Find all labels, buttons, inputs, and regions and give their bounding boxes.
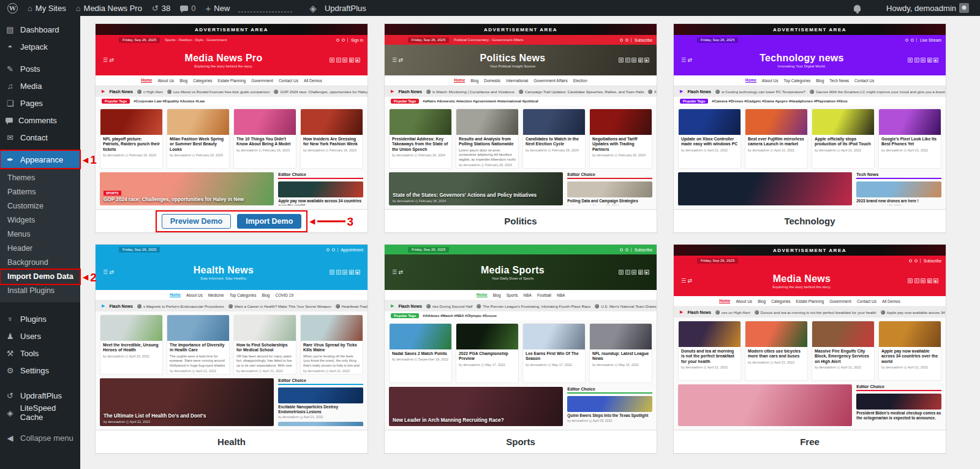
site-name-menu[interactable]: ⌂ Media News Pro bbox=[71, 0, 147, 16]
submenu-item-widgets[interactable]: Widgets bbox=[0, 213, 80, 227]
editor-item-headline: Polling Data and Campaign Strategies bbox=[567, 199, 652, 204]
submenu-item-patterns[interactable]: Patterns bbox=[0, 185, 80, 199]
demo-nav-item: Blog bbox=[758, 299, 766, 303]
sidebar-item-label: Settings bbox=[20, 366, 49, 375]
sidebar-item-litespeed-cache[interactable]: ◈LiteSpeed Cache bbox=[0, 404, 80, 421]
demo-card-free: ADVERTISEMENT AREAFriday, Sep 26, 2025Su… bbox=[673, 244, 946, 454]
flash-item-text: Apple pay now available across 34 countr… bbox=[887, 310, 946, 315]
sidebar-item-posts[interactable]: ✎Posts bbox=[0, 60, 80, 77]
sidebar-item-appearance[interactable]: ✒Appearance bbox=[0, 151, 80, 168]
article-headline: Lee Earns First Win Of The Season bbox=[526, 351, 582, 362]
social-icon: in bbox=[342, 58, 347, 63]
article-meta: by demoadmin ◴ May 17, 2022 bbox=[526, 363, 582, 367]
sidebar-item-media[interactable]: ♫Media bbox=[0, 77, 80, 94]
import-demo-button[interactable]: Import Demo bbox=[237, 214, 301, 229]
social-icon: X bbox=[619, 58, 624, 63]
updraft-icon: ↺ bbox=[6, 391, 15, 400]
flash-news-item: ces on High Alert bbox=[715, 310, 750, 315]
editor-choice-item: Apple pay now available across 34 countr… bbox=[278, 181, 363, 205]
sidebar-item-tools[interactable]: ⚒Tools bbox=[0, 345, 80, 362]
submenu-item-customize[interactable]: Customize bbox=[0, 199, 80, 213]
article-meta: by demoadmin ◴ April 21, 2022 bbox=[881, 365, 938, 369]
submenu-item-background[interactable]: Background bbox=[0, 256, 80, 270]
account-menu[interactable]: Howdy, demoadmin ☻ bbox=[881, 3, 974, 13]
new-content-menu[interactable]: + New bbox=[201, 0, 235, 16]
flash-news-item: ls Watch: Monitoring | Compliance and Vi… bbox=[426, 90, 514, 94]
demo-nav-item: Estate Planning bbox=[218, 78, 246, 83]
demo-card-sports: Friday, Sep 26, 2025Subscribe☰ ⇄Media Sp… bbox=[384, 244, 657, 454]
featured-meta: by demoadmin ◴ February 26, 2024 bbox=[393, 199, 559, 203]
ad-banner: ADVERTISEMENT AREA bbox=[674, 24, 946, 35]
demo-site-title: Politics News bbox=[410, 53, 615, 64]
editor-choice-column: Tech News2023 brand new drones are here … bbox=[856, 172, 941, 205]
article-card: Massive Fire Engulfs City Block, Emergen… bbox=[812, 321, 875, 381]
editor-choice-label: Editor Choice bbox=[278, 378, 363, 385]
flash-item-text: Leo Messi vs Ronald Koeman free-kick goa… bbox=[173, 90, 270, 94]
submenu-item-header[interactable]: Header bbox=[0, 242, 80, 256]
demo-nav-item: About Us bbox=[736, 299, 752, 303]
sidebar-item-contact[interactable]: ✉Contact bbox=[0, 129, 80, 146]
demo-nav-item: Football bbox=[537, 293, 551, 297]
new-label: New bbox=[214, 4, 230, 13]
article-meta: by demoadmin ◴ February 26, 2024 bbox=[392, 153, 449, 157]
flash-news-bar: ▶Flash Newsn High AlertLeo Messi vs Rona… bbox=[96, 86, 368, 97]
submenu-item-install-plugins[interactable]: Install Plugins bbox=[0, 284, 80, 298]
bell-icon bbox=[854, 5, 861, 12]
submenu-item-import-demo-data[interactable]: Import Demo Data bbox=[0, 270, 80, 284]
articles-row: Presidential Address: Key Takeaways from… bbox=[385, 105, 657, 172]
demo-nav-item: COVID 19 bbox=[275, 293, 293, 297]
updates-menu[interactable]: ↺ 38 bbox=[147, 0, 175, 16]
flash-item-thumb bbox=[715, 90, 720, 94]
sidebar-item-collapse-menu[interactable]: ◀Collapse menu bbox=[0, 429, 80, 446]
article-meta: by demoadmin ◴ May 17, 2022 bbox=[459, 363, 516, 367]
article-image bbox=[100, 109, 162, 135]
sidebar-item-comments[interactable]: Comments bbox=[0, 112, 80, 129]
plugin-icon: ♆ bbox=[6, 315, 15, 324]
preview-demo-button[interactable]: Preview Demo bbox=[162, 214, 231, 229]
sidebar-item-plugins[interactable]: ♆Plugins bbox=[0, 310, 80, 327]
demo-site-mock: ADVERTISEMENT AREAFriday, Sep 26, 2025Su… bbox=[674, 245, 946, 430]
demo-topbar-actions: Subscribe bbox=[909, 259, 941, 263]
sidebar-item-jetpack[interactable]: ◓Jetpack bbox=[0, 38, 80, 55]
category-badge: SPORTS bbox=[104, 191, 121, 196]
demo-grid: ADVERTISEMENT AREAFriday, Sep 26, 2025Sp… bbox=[80, 16, 980, 454]
sidebar-item-pages[interactable]: ❏Pages bbox=[0, 94, 80, 112]
submenu-item-menus[interactable]: Menus bbox=[0, 227, 80, 242]
sidebar-item-label: Jetpack bbox=[20, 42, 48, 51]
article-image bbox=[812, 109, 874, 135]
demo-nav-item: Home bbox=[719, 299, 730, 303]
comments-menu[interactable]: 0 bbox=[175, 0, 200, 16]
sidebar-item-updraftplus[interactable]: ↺UpdraftPlus bbox=[0, 387, 80, 404]
updraftplus-menu[interactable]: ◈ UpdraftPlus bbox=[304, 0, 371, 16]
article-meta: by demoadmin ◴ February 16, 2023 bbox=[170, 153, 227, 157]
sidebar-item-users[interactable]: ♟Users bbox=[0, 327, 80, 345]
social-icon: ▶ bbox=[933, 278, 938, 283]
notifications-menu[interactable] bbox=[849, 5, 865, 12]
submenu-item-themes[interactable]: Themes bbox=[0, 171, 80, 185]
editor-choice-label: Editor Choice bbox=[278, 172, 363, 179]
demo-screenshot: ADVERTISEMENT AREAFriday, Sep 26, 2025Su… bbox=[674, 245, 946, 430]
flash-news-item: U.S. Men's National Team Draws England 2… bbox=[595, 304, 657, 308]
sidebar-item-label: Posts bbox=[20, 64, 40, 74]
my-sites-menu[interactable]: ⌂ My Sites bbox=[23, 0, 71, 16]
flash-news-label: Flash News bbox=[109, 90, 133, 94]
demo-nav-item: Government Affairs bbox=[533, 78, 568, 83]
demo-nav-item: Contact Us bbox=[279, 78, 298, 83]
article-image bbox=[879, 109, 941, 135]
flash-item-text: Foreign Policy Analysis: Implications of… bbox=[654, 90, 657, 94]
demo-topbar-actions: Sign in bbox=[336, 38, 363, 42]
popular-tags-list: #Athletes #Match #NBA #Olympic #Soccer bbox=[423, 314, 497, 318]
demo-nav-item: Government bbox=[829, 299, 851, 303]
menu-icon: ☰ ⇄ bbox=[103, 57, 121, 63]
sidebar-item-settings[interactable]: ⚙Settings bbox=[0, 362, 80, 379]
flash-news-item: Foreign Policy Analysis: Implications of… bbox=[648, 90, 657, 94]
editor-item-headline: Quinn Ewers Steps Into the Texas Spotlig… bbox=[567, 413, 652, 418]
sidebar-item-dashboard[interactable]: ▤Dashboard bbox=[0, 21, 80, 38]
demo-nav-item: International bbox=[506, 78, 528, 83]
wordpress-menu[interactable]: W bbox=[2, 0, 23, 16]
search-icon bbox=[625, 39, 628, 42]
social-icon: f bbox=[336, 270, 341, 275]
gear-icon bbox=[909, 259, 912, 262]
flash-item-thumb bbox=[648, 90, 652, 94]
editor-item-image bbox=[567, 181, 652, 197]
